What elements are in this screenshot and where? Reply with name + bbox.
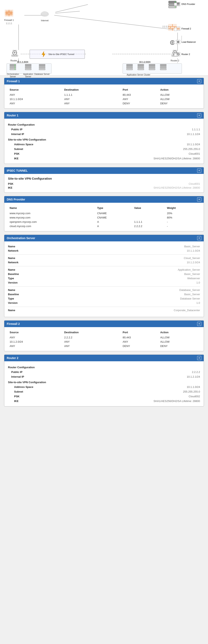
router1-internal-ip-row: Internal IP 10.1.1.1/24 bbox=[8, 132, 200, 136]
router1-subnet-row: Subnet 255.255.255.0 bbox=[8, 147, 200, 152]
dns-panel-body: Name Type Value Weight www.mycorp.comCNA… bbox=[4, 203, 204, 231]
router2-close-button[interactable]: ✕ bbox=[197, 356, 201, 360]
fw1-col-port: Port bbox=[121, 87, 159, 93]
orch-row: BaselineBasic_Server bbox=[8, 292, 200, 296]
firewall2-close-button[interactable]: ✕ bbox=[197, 322, 201, 326]
router1-node[interactable]: Router 1 bbox=[10, 49, 20, 62]
svg-rect-92 bbox=[149, 68, 155, 70]
orch-item-4: NameCorporate_Datacenter bbox=[8, 308, 200, 312]
ipsec-panel-title: IPSEC TUNNEL bbox=[7, 169, 28, 172]
dns-close-button[interactable]: ✕ bbox=[197, 198, 201, 202]
router2-psk-row: PSK Cloud002 bbox=[8, 394, 200, 399]
firewall1-ip: 1.1.1.1 bbox=[6, 22, 12, 25]
firewall1-panel-title: Firewall 1 bbox=[7, 80, 20, 83]
firewall1-close-button[interactable]: ✕ bbox=[197, 79, 201, 83]
router2-internal-ip-row: Internal IP 10.1.2.1/24 bbox=[8, 374, 200, 379]
orch-item-2: NameApplication_ServerBaselineBasic_Serv… bbox=[8, 268, 200, 285]
router2-public-ip-row: Public IP 2.2.2.2 bbox=[8, 370, 200, 374]
fw2-legend-label: Firewall 2 bbox=[182, 28, 191, 30]
table-row: 10.1.1.0/24ANYANYALLOW bbox=[8, 97, 200, 101]
app-cluster-1-icon bbox=[125, 62, 134, 72]
lb-legend: Load Balancer bbox=[176, 40, 196, 44]
table-row: www.mycorp.comCNAME80% bbox=[8, 216, 200, 220]
dns-table: Name Type Value Weight www.mycorp.comCNA… bbox=[8, 206, 200, 228]
router1-internal-ip-value: 10.1.1.1/24 bbox=[48, 132, 200, 136]
orch-row: NameBasic_Server bbox=[8, 244, 200, 248]
svg-line-11 bbox=[54, 15, 174, 30]
app-cluster-1[interactable] bbox=[125, 62, 134, 72]
router2-panel-header: Router 2 ✕ bbox=[4, 355, 204, 361]
firewall1-node[interactable]: Firewall 1 1.1.1.1 bbox=[4, 8, 14, 25]
router2-section2: Site-to-site VPN Configuration bbox=[8, 381, 200, 384]
firewall1-panel-header: Firewall 1 ✕ bbox=[4, 78, 204, 84]
fw2-col-dest: Destination bbox=[62, 330, 121, 336]
dns-legend: DNS Provider bbox=[176, 2, 195, 6]
app-cluster-2[interactable] bbox=[136, 62, 146, 72]
dns-col-name: Name bbox=[8, 206, 95, 211]
firewall1-label: Firewall 1 bbox=[4, 19, 14, 22]
table-row: ANY2.2.2.280,443ALLOW bbox=[8, 336, 200, 340]
ipsec-section: Site-to-site VPN Configuration bbox=[8, 177, 200, 180]
svg-rect-80 bbox=[25, 68, 31, 70]
router2-section1: Router Configuration bbox=[8, 366, 200, 369]
ipsec-ike-row: IKE SHA1/AES256/DH2/SA Lifetime: 28800 bbox=[8, 186, 200, 190]
app-cluster-3[interactable] bbox=[147, 62, 157, 72]
svg-point-68 bbox=[173, 55, 174, 56]
db-server-node[interactable]: Database Server bbox=[34, 62, 50, 76]
app-server-icon bbox=[23, 62, 33, 72]
svg-rect-82 bbox=[39, 66, 45, 68]
dns-legend-label: DNS Provider bbox=[182, 3, 195, 5]
table-row: cloud.mycorp.comA2.2.2.2- bbox=[8, 224, 200, 228]
router1-public-ip-value: 1.1.1.1 bbox=[48, 128, 200, 131]
router1-subnet-label: Subnet bbox=[14, 148, 51, 150]
lb-legend-label: Load Balancer bbox=[182, 41, 196, 43]
orchestration-server-node[interactable]: Orchestration Server bbox=[6, 62, 20, 78]
app-cluster-4-icon bbox=[158, 62, 168, 72]
router2-internal-ip-label: Internal IP bbox=[11, 375, 48, 378]
orch-row: TypeWebserver bbox=[8, 276, 200, 280]
svg-rect-85 bbox=[127, 66, 133, 68]
orchestration-panel-body: NameBasic_ServerNetwork10.1.1.0/24NameCl… bbox=[4, 242, 204, 317]
router1-subnet-value: 255.255.255.0 bbox=[51, 148, 200, 150]
svg-rect-84 bbox=[127, 64, 133, 66]
orchestration-close-button[interactable]: ✕ bbox=[197, 236, 201, 240]
svg-rect-87 bbox=[138, 64, 144, 66]
router1-close-button[interactable]: ✕ bbox=[197, 113, 201, 118]
router2-public-ip-label: Public IP bbox=[11, 370, 48, 374]
router1-internal-ip-label: Internal IP bbox=[11, 132, 48, 136]
router2-panel-body: Router Configuration Public IP 2.2.2.2 I… bbox=[4, 361, 204, 406]
orchestration-panel-title: Orchestration Server bbox=[7, 236, 35, 240]
ipsec-close-button[interactable]: ✕ bbox=[197, 168, 201, 173]
router1-panel-body: Router Configuration Public IP 1.1.1.1 I… bbox=[4, 119, 204, 164]
table-row: openprem.mycorp.comA1.1.1.1- bbox=[8, 220, 200, 224]
orch-row: TypeDatabase Server bbox=[8, 296, 200, 301]
orch-row: NameCloud_Server bbox=[8, 256, 200, 260]
router1-icon bbox=[10, 49, 20, 58]
dns-panel: DNS Provider ✕ Name Type Value Weight ww… bbox=[4, 196, 204, 231]
app-cluster-3-icon bbox=[147, 62, 157, 72]
ipsec-panel: IPSEC TUNNEL ✕ Site-to-site VPN Configur… bbox=[4, 167, 204, 193]
fw1-col-action: Action bbox=[159, 87, 200, 93]
db-server-label: Database Server bbox=[34, 73, 50, 76]
svg-rect-94 bbox=[160, 66, 166, 68]
router2-subnet-value: 255.255.255.0 bbox=[51, 390, 200, 393]
router1-panel-title: Router 1 bbox=[7, 114, 18, 117]
app-cluster-4[interactable] bbox=[158, 62, 168, 72]
db-server-icon bbox=[37, 62, 47, 72]
svg-point-77 bbox=[14, 69, 15, 70]
router2-address-space-value: 10.1.1.0/24 bbox=[51, 386, 200, 388]
app-cluster-2-icon bbox=[136, 62, 146, 72]
app-server-node[interactable]: Application Server bbox=[20, 62, 36, 78]
dns-checkbox bbox=[174, 3, 177, 6]
svg-marker-71 bbox=[42, 51, 45, 57]
fw1-col-dest: Destination bbox=[62, 87, 121, 93]
svg-point-43 bbox=[175, 2, 176, 2]
router1-address-space-label: Address Space bbox=[14, 143, 51, 146]
router2-internal-ip-value: 10.1.2.1/24 bbox=[48, 375, 200, 378]
orch-row: Network10.1.1.0/24 bbox=[8, 248, 200, 253]
router1-address-space-row: Address Space 10.1.1.0/24 bbox=[8, 142, 200, 147]
router1-panel-header: Router 1 ✕ bbox=[4, 112, 204, 119]
router2-ike-row: IKE SHA1/AES256/DH2/SA Lifetime: 28800 bbox=[8, 399, 200, 404]
router2-psk-label: PSK bbox=[14, 395, 51, 398]
router1-ike-row: IKE SHA1/AES256/DH2/SA Lifetime: 28800 bbox=[8, 156, 200, 161]
